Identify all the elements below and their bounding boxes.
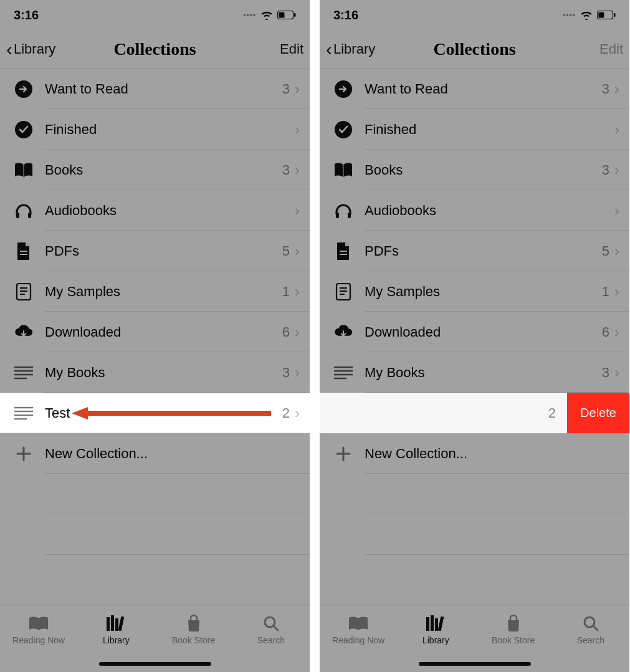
list-item[interactable]: Downloaded 6 › [0,312,310,352]
new-collection-button[interactable]: New Collection... [0,433,310,474]
svg-rect-52 [435,618,438,631]
chevron-right-icon: › [295,121,300,138]
svg-line-55 [593,626,598,630]
plus-icon [333,444,353,464]
chevron-right-icon: › [614,324,619,341]
headphones-icon [333,201,353,221]
list-item[interactable]: Finished › [320,109,629,150]
list-item-test-swiped[interactable]: st 2 Delete [320,393,629,433]
wifi-icon [580,10,593,20]
svg-rect-39 [340,254,347,255]
list-item[interactable]: PDFs 5 › [0,231,310,271]
chevron-left-icon: ‹ [6,39,12,60]
dots-icon: •••• [563,11,576,19]
list-item[interactable]: Audiobooks › [320,190,629,231]
plus-icon [14,444,34,464]
svg-rect-38 [340,251,347,252]
lines-icon [14,363,34,383]
status-bar: 3:16 •••• [320,0,629,30]
battery-icon [597,11,616,19]
home-indicator[interactable] [419,662,531,666]
book-store-icon [183,614,204,633]
list-item[interactable]: Finished › [0,109,310,150]
chevron-right-icon: › [295,161,300,179]
sample-icon [333,282,353,302]
chevron-right-icon: › [295,242,300,260]
tab-reading-now[interactable]: Reading Now [324,614,393,645]
list-item[interactable]: Books 3 › [0,150,310,190]
search-icon [260,614,282,633]
cloud-download-icon [333,322,353,342]
book-icon [333,160,353,180]
status-right: •••• [563,10,616,20]
tab-library[interactable]: Library [401,614,470,645]
svg-rect-2 [294,13,296,17]
chevron-right-icon: › [614,80,619,98]
list-item[interactable]: My Books 3 › [0,352,310,393]
list-item[interactable]: Books 3 › [320,150,629,190]
wifi-icon [260,10,274,20]
svg-rect-50 [426,617,429,631]
empty-row [0,474,310,514]
arrow-circle-icon [333,79,353,99]
svg-rect-25 [107,617,110,631]
list-item[interactable]: PDFs 5 › [320,231,629,271]
delete-button[interactable]: Delete [567,393,629,433]
list-item[interactable]: Downloaded 6 › [320,312,629,352]
tab-book-store[interactable]: Book Store [160,614,228,645]
back-label: Library [333,41,375,57]
chevron-left-icon: ‹ [326,39,332,60]
chevron-right-icon: › [295,405,300,422]
file-icon [14,241,34,261]
check-circle-icon [333,120,353,140]
svg-rect-1 [279,12,285,18]
list-item[interactable]: My Samples 1 › [0,271,310,312]
svg-rect-33 [614,13,616,17]
list-item[interactable]: Audiobooks › [0,190,310,231]
right-screenshot: 3:16 •••• ‹ Library Collections Edit Wan… [320,0,629,672]
status-right: •••• [243,10,296,20]
new-collection-button[interactable]: New Collection... [320,433,629,474]
tab-search[interactable]: Search [556,614,625,645]
search-icon [580,614,601,633]
dots-icon: •••• [243,11,256,19]
svg-rect-7 [20,251,27,252]
sample-icon [14,282,34,302]
edit-button[interactable]: Edit [599,41,623,57]
list-item[interactable]: Want to Read 3 › [320,69,629,109]
back-button[interactable]: ‹ Library [6,39,55,60]
list-item[interactable]: My Books 3 › [320,352,629,393]
back-button[interactable]: ‹ Library [326,39,375,60]
lines-icon [333,363,353,383]
lines-icon [14,403,34,423]
book-store-icon [503,614,524,633]
home-indicator[interactable] [99,662,211,666]
reading-now-icon [28,614,49,633]
chevron-right-icon: › [295,324,300,341]
clock: 3:16 [333,8,358,22]
svg-rect-8 [20,254,27,255]
chevron-right-icon: › [614,283,619,300]
collections-list: Want to Read 3 › Finished › Books 3 › Au… [320,69,629,605]
battery-icon [277,11,296,19]
empty-row [320,474,629,514]
svg-rect-5 [16,213,19,218]
svg-rect-32 [599,12,604,18]
clock: 3:16 [14,8,39,22]
tab-reading-now[interactable]: Reading Now [4,614,73,645]
svg-rect-36 [336,213,339,218]
tab-book-store[interactable]: Book Store [479,614,548,645]
svg-line-30 [274,626,278,630]
list-item[interactable]: My Samples 1 › [320,271,629,312]
tab-library[interactable]: Library [82,614,150,645]
list-item-test[interactable]: Test 2 › [0,393,310,433]
empty-row [0,514,310,555]
list-item[interactable]: Want to Read 3 › [0,69,310,109]
cloud-download-icon [14,322,34,342]
tab-search[interactable]: Search [237,614,305,645]
edit-button[interactable]: Edit [280,41,303,57]
chevron-right-icon: › [614,202,619,219]
swiped-content: st 2 [320,393,567,433]
file-icon [333,241,353,261]
library-icon [105,614,126,633]
